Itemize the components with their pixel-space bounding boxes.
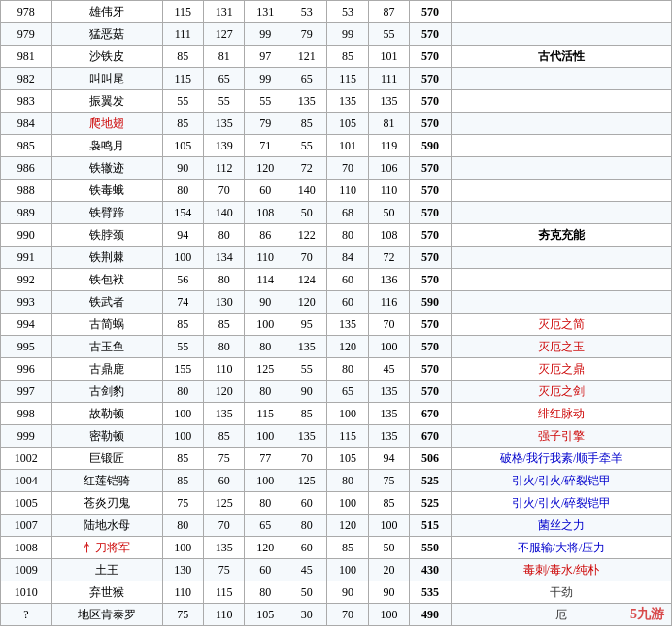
stat-value: 45 — [286, 559, 326, 581]
stat-value: 100 — [162, 247, 203, 269]
stat-value: 108 — [368, 224, 409, 247]
stat-value: 990 — [1, 224, 52, 247]
stat-value: 140 — [203, 202, 244, 224]
ability-note: 古代活性 — [451, 46, 671, 68]
stat-value: 985 — [1, 135, 52, 157]
footer-text: At — [0, 626, 672, 631]
stat-value: 70 — [327, 157, 368, 180]
stat-value: 995 — [1, 336, 52, 358]
ability-note — [451, 180, 671, 202]
stat-value: 85 — [327, 537, 368, 559]
stat-value: 99 — [245, 68, 286, 90]
pokemon-name: 故勒顿 — [51, 403, 162, 425]
table-row: 998故勒顿10013511585100135670绯红脉动 — [1, 403, 672, 425]
stat-value: 115 — [327, 425, 368, 448]
stat-value: 99 — [245, 23, 286, 46]
stat-value: 72 — [286, 157, 326, 180]
stat-value: 101 — [327, 135, 368, 157]
stat-value: 120 — [286, 291, 326, 314]
stat-value: 50 — [368, 537, 409, 559]
stat-value: 85 — [203, 314, 244, 336]
stat-value: 60 — [327, 269, 368, 291]
stat-value: 111 — [162, 23, 203, 46]
pokemon-name: 陆地水母 — [51, 515, 162, 537]
pokemon-name: 古剑豹 — [51, 381, 162, 403]
stat-value: 65 — [327, 381, 368, 403]
stat-value: 110 — [327, 180, 368, 202]
stat-value: 122 — [286, 224, 326, 247]
stat-value: 100 — [368, 515, 409, 537]
table-row: 994古简蜗85851009513570570灭厄之简 — [1, 314, 672, 336]
stat-value: 79 — [245, 113, 286, 135]
ability-note: 灭厄之鼎 — [451, 358, 671, 381]
stat-value: 50 — [368, 202, 409, 224]
stat-value: 55 — [368, 23, 409, 46]
stat-value: 135 — [327, 314, 368, 336]
stat-value: 20 — [368, 559, 409, 581]
stat-value: 80 — [286, 515, 326, 537]
stat-value: 85 — [162, 46, 203, 68]
stat-value: 105 — [327, 448, 368, 470]
ability-note: 灭厄之简 — [451, 314, 671, 336]
pokemon-name: 古简蜗 — [51, 314, 162, 336]
stat-value: 77 — [245, 448, 286, 470]
stat-value: 100 — [327, 559, 368, 581]
stat-value: 81 — [368, 113, 409, 135]
pokemon-name: 铁辙迹 — [51, 157, 162, 180]
stat-value: 84 — [327, 247, 368, 269]
stat-value: 111 — [368, 68, 409, 90]
stat-value: 60 — [245, 180, 286, 202]
stat-value: 115 — [162, 68, 203, 90]
ability-note: 灭厄之剑 — [451, 381, 671, 403]
stat-value: 570 — [410, 381, 451, 403]
pokemon-name: 猛恶菇 — [51, 23, 162, 46]
stat-value: 80 — [203, 336, 244, 358]
stat-value: 101 — [368, 46, 409, 68]
stat-value: 94 — [162, 224, 203, 247]
ability-note: 不服输/大将/压力 — [451, 537, 671, 559]
stat-value: 996 — [1, 358, 52, 381]
stat-value: 114 — [245, 269, 286, 291]
stat-value: 97 — [245, 46, 286, 68]
stat-value: 124 — [286, 269, 326, 291]
ability-note: 厄 — [451, 604, 671, 626]
stat-value: 100 — [368, 336, 409, 358]
stat-value: 998 — [1, 403, 52, 425]
ability-note — [451, 247, 671, 269]
stat-value: 1005 — [1, 492, 52, 515]
stat-value: ? — [1, 604, 52, 626]
pokemon-name: 沙铁皮 — [51, 46, 162, 68]
stat-value: 139 — [203, 135, 244, 157]
stat-value: 1008 — [1, 537, 52, 559]
ability-note: 灭厄之玉 — [451, 336, 671, 358]
stat-value: 988 — [1, 180, 52, 202]
stat-value: 570 — [410, 113, 451, 135]
stat-value: 978 — [1, 1, 52, 23]
ability-note: 引火/引火/碎裂铠甲 — [451, 470, 671, 492]
table-row: 985袅鸣月1051397155101119590 — [1, 135, 672, 157]
stat-value: 80 — [245, 336, 286, 358]
table-row: 1009土王13075604510020430毒刺/毒水/纯朴 — [1, 559, 672, 581]
stat-value: 65 — [203, 68, 244, 90]
stat-value: 110 — [368, 180, 409, 202]
stat-value: 90 — [327, 581, 368, 604]
stat-value: 535 — [410, 581, 451, 604]
stat-value: 99 — [327, 23, 368, 46]
stat-value: 90 — [368, 581, 409, 604]
stat-value: 55 — [245, 90, 286, 113]
stat-value: 135 — [327, 90, 368, 113]
stat-value: 135 — [286, 90, 326, 113]
stat-value: 70 — [286, 448, 326, 470]
stat-value: 85 — [162, 470, 203, 492]
pokemon-name: 铁脖颈 — [51, 224, 162, 247]
stat-value: 131 — [245, 1, 286, 23]
stat-value: 108 — [245, 202, 286, 224]
ability-note — [451, 23, 671, 46]
stat-value: 1004 — [1, 470, 52, 492]
stat-value: 570 — [410, 23, 451, 46]
stat-value: 125 — [245, 358, 286, 381]
stat-value: 85 — [162, 314, 203, 336]
table-row: 982叫叫尾115659965115111570 — [1, 68, 672, 90]
stat-value: 53 — [286, 1, 326, 23]
stat-value: 100 — [162, 537, 203, 559]
